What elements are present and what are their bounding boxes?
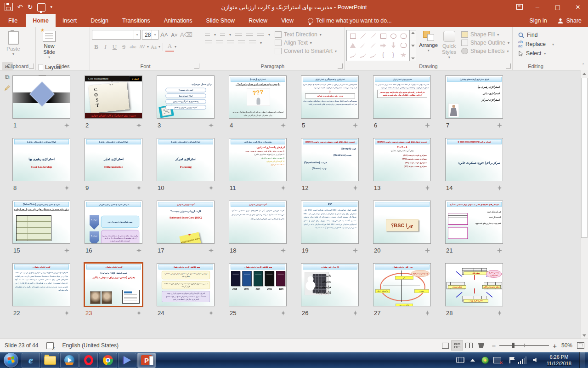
grow-font-icon[interactable]: A˄ <box>160 30 169 40</box>
shape-effects-button[interactable]: Shape Effects▾ <box>461 48 509 54</box>
underline-button[interactable]: U <box>110 42 119 52</box>
right-brace-shape-icon[interactable]: } <box>390 52 396 58</box>
tab-design[interactable]: Design <box>84 14 115 27</box>
taskbar-chrome[interactable] <box>99 353 117 368</box>
line-shape-icon[interactable] <box>360 34 366 39</box>
zoom-level[interactable]: 50% <box>561 342 572 349</box>
slide-thumbnail-26[interactable]: کارت ارزیابی متوازنمالیمشتریانفرآیندهای … <box>301 263 359 306</box>
elbow-connector-icon[interactable] <box>360 43 366 48</box>
scroll-up-icon[interactable] <box>411 32 415 34</box>
slide-thumbnail-27[interactable]: مدل کلی ارزیابی متوازنمالیمشتریفرآیندهای… <box>373 263 431 306</box>
start-button[interactable] <box>4 353 18 368</box>
slide-thumbnail-12[interactable]: تجزیه و تحلیل نقاط قوت و ضعف، فرصت و تهد… <box>301 138 359 181</box>
shrink-font-icon[interactable]: A˅ <box>170 30 179 40</box>
quick-styles-button[interactable]: Quick Styles ▾ <box>441 29 458 60</box>
text-direction-button[interactable]: Text Direction▾ <box>275 31 337 38</box>
callout-shape-icon[interactable] <box>401 43 407 48</box>
show-hidden-icons[interactable] <box>469 356 477 364</box>
textbox-shape-icon[interactable] <box>350 34 356 39</box>
slide-thumbnail-21[interactable]: نارسایی‌های معیارهای مالی به عنوان ابزار… <box>445 201 503 244</box>
slide-thumbnail-1[interactable] <box>12 75 70 119</box>
italic-button[interactable]: I <box>101 42 110 52</box>
minimize-button[interactable]: ─ <box>527 0 548 14</box>
vertical-scrollbar[interactable] <box>580 70 588 339</box>
align-text-button[interactable]: Align Text▾ <box>275 40 337 46</box>
shape-outline-button[interactable]: Shape Outline▾ <box>461 40 509 46</box>
slide-thumbnail-25[interactable]: سیر تکاملی کارت ارزیابی متوازن1996200120… <box>229 263 287 306</box>
scroll-down-icon[interactable] <box>411 45 415 47</box>
scribble-shape-icon[interactable] <box>350 52 356 58</box>
arrange-button[interactable]: Arrange ▾ <box>419 29 438 60</box>
tell-me-box[interactable]: Tell me what you want to do... <box>308 14 392 27</box>
taskbar-file-explorer[interactable] <box>41 353 59 368</box>
collapse-ribbon-icon[interactable]: ˄ <box>582 63 584 68</box>
zoom-slider[interactable] <box>499 345 549 346</box>
align-left-icon[interactable] <box>205 40 212 46</box>
clipboard-dialog-launcher-icon[interactable] <box>29 63 34 69</box>
paste-button[interactable]: Paste ▾ <box>2 29 25 60</box>
left-brace-shape-icon[interactable]: { <box>380 52 386 58</box>
curve-shape-icon[interactable] <box>370 52 376 58</box>
star-shape-icon[interactable] <box>401 52 407 58</box>
tab-transitions[interactable]: Transitions <box>115 14 157 27</box>
fit-to-window-icon[interactable] <box>577 342 584 349</box>
slide-thumbnail-23[interactable]: کارت ارزیابی متوازننتیجه تحقیق کاپلان و … <box>85 263 142 306</box>
down-arrow-shape-icon[interactable] <box>391 42 396 48</box>
slide-thumbnail-10[interactable]: انواع استراتژی (رقابت‌های رقابتی)استراتژ… <box>157 138 215 181</box>
font-dialog-launcher-icon[interactable] <box>194 63 199 69</box>
slide-thumbnail-9[interactable]: انواع استراتژی (رقابت‌های رقابتی)استراتژ… <box>85 138 142 181</box>
slide-sorter-view-button[interactable] <box>451 340 463 351</box>
slide-thumbnail-24[interactable]: سیر تکاملی کارت ارزیابی متوازنارزیابی مت… <box>157 263 215 306</box>
slide-thumbnail-19[interactable]: BSCقلمرو اصلی فعالیت‌های BSC استراتژی شر… <box>301 201 359 244</box>
speaker-icon[interactable] <box>531 356 539 364</box>
font-name-combo[interactable]: ▾ <box>92 30 141 40</box>
slide-thumbnail-16[interactable]: مراحل تجزیه و تحلیل زنجیره ارزشمرحله 1تع… <box>85 201 142 244</box>
tab-insert[interactable]: Insert <box>56 14 84 27</box>
slide-thumbnail-5[interactable]: استراتژی و تصمیم‌گیری استراتژیکتصمیم‌های… <box>301 75 359 119</box>
zoom-slider-thumb[interactable] <box>512 343 514 348</box>
oval-shape-icon[interactable] <box>390 34 396 39</box>
customize-qat-icon[interactable]: ▾ <box>50 5 52 9</box>
character-spacing-button[interactable]: AV <box>138 42 147 52</box>
taskbar-powerpoint[interactable]: P <box>137 353 156 368</box>
convert-smartart-button[interactable]: Convert to SmartArt▾ <box>275 48 337 54</box>
scrollbar-down-icon[interactable] <box>581 332 588 339</box>
slide-thumbnail-20[interactable]: چرا BSC؟ <box>373 201 431 244</box>
select-button[interactable]: Select▾ <box>518 50 555 57</box>
slide-thumbnail-11[interactable]: پیاده‌سازی و بکارگیری استراتژیابزارهای پ… <box>229 138 287 181</box>
network-error-icon[interactable] <box>493 356 502 364</box>
new-slide-button[interactable]: New Slide ▾ <box>38 29 61 60</box>
slide-thumbnail-2[interactable]: Cost Managementفصل 2مدیریت بهای استراتژی… <box>85 75 142 119</box>
slideshow-icon[interactable] <box>37 3 45 12</box>
slide-thumbnail-17[interactable]: کارت ارزیابی متوازنکارت ارزیابی متوازن چ… <box>157 201 215 244</box>
change-case-button[interactable]: Aa <box>149 42 158 52</box>
drawing-dialog-launcher-icon[interactable] <box>506 63 511 69</box>
subscript-button[interactable]: abc <box>129 42 137 52</box>
slide-thumbnail-22[interactable]: کارت ارزیابی متوازن«کاپلان» و «نورتون» م… <box>12 263 70 306</box>
maximize-button[interactable]: □ <box>548 0 568 14</box>
tab-slide-show[interactable]: Slide Show <box>199 14 242 27</box>
reading-view-button[interactable] <box>463 340 475 351</box>
keyboard-icon[interactable] <box>456 356 464 364</box>
strikethrough-button[interactable]: S <box>119 42 128 52</box>
justify-icon[interactable] <box>238 40 245 46</box>
zoom-in-button[interactable]: + <box>553 342 557 349</box>
share-button[interactable]: Share <box>557 17 582 24</box>
slide-thumbnail-4[interactable]: استراتژی (رقابت)آیا بدون رقابت هم استرات… <box>229 75 287 119</box>
taskbar-opera[interactable] <box>79 353 98 368</box>
scrollbar-thumb[interactable] <box>581 78 588 238</box>
slide-thumbnail-13[interactable]: تجزیه و تحلیل نقاط قوت و ضعف، فرصت و تهد… <box>373 138 431 181</box>
close-button[interactable]: ✕ <box>568 0 588 14</box>
scrollbar-up-icon[interactable] <box>581 70 588 77</box>
font-color-button[interactable]: A <box>165 41 174 52</box>
slide-thumbnail-18[interactable]: کارت ارزیابی متوازنکارت ارزیابی متوازن ی… <box>229 201 287 244</box>
save-icon[interactable] <box>5 3 13 11</box>
font-size-combo[interactable]: 28▾ <box>142 30 158 40</box>
arrow-shape-icon[interactable] <box>370 34 376 39</box>
align-right-icon[interactable] <box>227 40 234 46</box>
tab-review[interactable]: Review <box>242 14 274 27</box>
bullets-icon[interactable] <box>205 32 210 37</box>
undo-icon[interactable]: ↶ <box>17 3 23 11</box>
taskbar-internet-explorer[interactable]: e <box>22 353 40 368</box>
spellcheck-icon[interactable] <box>46 342 54 349</box>
